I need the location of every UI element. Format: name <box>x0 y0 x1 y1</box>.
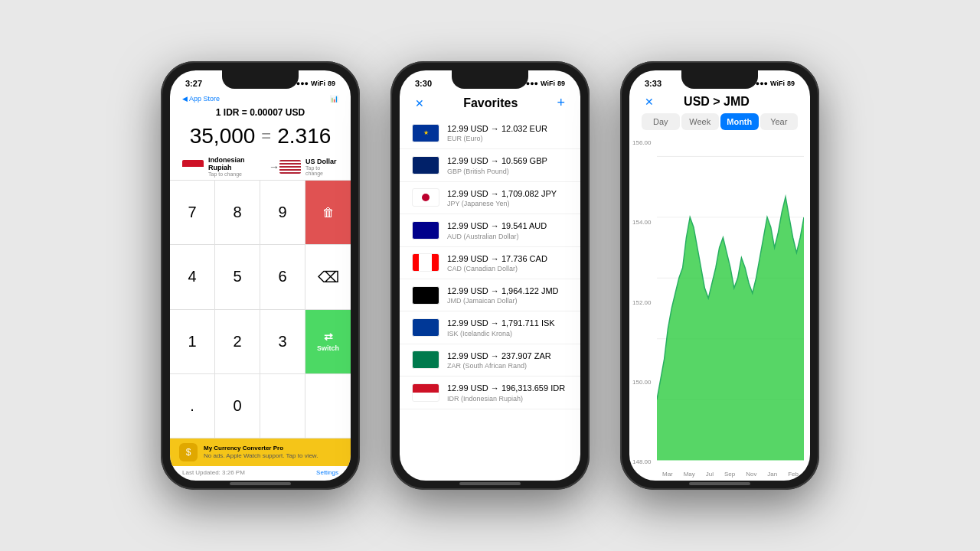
phone-2-screen: 3:30 ●●● WiFi 89 ✕ Favorites + ★ 12.99 U… <box>400 70 580 481</box>
amount-from: 35,000 <box>190 124 256 148</box>
close-button[interactable]: ✕ <box>415 97 424 109</box>
fav-text-eur: 12.99 USD → 12.032 EUR EUR (Euro) <box>447 123 547 142</box>
fav-item-zar[interactable]: 12.99 USD → 237.907 ZAR ZAR (South Afric… <box>400 344 580 377</box>
y-label-5: 148.00 <box>632 458 654 465</box>
fav-item-eur[interactable]: ★ 12.99 USD → 12.032 EUR EUR (Euro) <box>400 117 580 149</box>
fav-item-isk[interactable]: 12.99 USD → 1,791.711 ISK ISK (Icelandic… <box>400 311 580 344</box>
signal-icon-2: ●●● <box>526 80 538 87</box>
swap-arrow: → <box>269 161 279 173</box>
flag-za <box>412 350 439 369</box>
tab-month[interactable]: Month <box>720 113 759 130</box>
wifi-icon-1: WiFi <box>311 80 325 87</box>
y-label-1: 156.00 <box>632 139 654 146</box>
key-5[interactable]: 5 <box>215 245 260 309</box>
key-7[interactable]: 7 <box>170 181 215 245</box>
key-4[interactable]: 4 <box>170 245 215 309</box>
home-indicator-3 <box>689 482 750 485</box>
back-button[interactable]: ◀ App Store <box>182 95 220 103</box>
wifi-icon-2: WiFi <box>541 80 555 87</box>
phone1-banner[interactable]: $ My Currency Converter Pro No ads. Appl… <box>170 439 351 466</box>
key-backspace[interactable]: ⌫ <box>305 245 351 309</box>
fav-sub-cad: CAD (Canadian Dollar) <box>447 265 547 272</box>
flag-au <box>412 221 439 240</box>
fav-text-cad: 12.99 USD → 17.736 CAD CAD (Canadian Dol… <box>447 253 547 272</box>
settings-link[interactable]: Settings <box>316 469 338 476</box>
fav-text-isk: 12.99 USD → 1,791.711 ISK ISK (Icelandic… <box>447 318 555 337</box>
currency-to[interactable]: US Dollar Tap to change <box>279 158 338 176</box>
time-1: 3:27 <box>185 79 202 88</box>
phone-1: 3:27 ●●● WiFi 89 ◀ App Store 📊 1 IDR = 0… <box>161 61 360 490</box>
key-1[interactable]: 1 <box>170 310 215 374</box>
status-icons-2: ●●● WiFi 89 <box>526 80 565 87</box>
flag-id <box>182 160 204 174</box>
switch-label: Switch <box>317 344 339 352</box>
key-9[interactable]: 9 <box>260 181 305 245</box>
phone1-currencies: Indonesian Rupiah Tap to change → US Dol… <box>170 153 351 180</box>
key-dot[interactable]: . <box>170 374 215 439</box>
battery-icon-2: 89 <box>557 80 565 87</box>
fav-item-jmd[interactable]: 12.99 USD → 1,964.122 JMD JMD (Jamaican … <box>400 279 580 311</box>
currency-from-info: Indonesian Rupiah Tap to change <box>208 156 269 177</box>
x-label-mar: Mar <box>662 471 673 478</box>
flag-gb <box>412 156 439 174</box>
fav-item-aud[interactable]: 12.99 USD → 19.541 AUD AUD (Australian D… <box>400 214 580 246</box>
tab-year[interactable]: Year <box>760 113 799 130</box>
currency-to-tap: Tap to change <box>305 165 338 176</box>
fav-item-gbp[interactable]: 12.99 USD → 10.569 GBP GBP (British Poun… <box>400 149 580 181</box>
add-button[interactable]: + <box>557 95 565 111</box>
phone2-title: Favorites <box>463 96 518 110</box>
currency-from[interactable]: Indonesian Rupiah Tap to change <box>182 156 269 177</box>
fav-item-jpy[interactable]: 12.99 USD → 1,709.082 JPY JPY (Japanese … <box>400 182 580 214</box>
favorites-list: ★ 12.99 USD → 12.032 EUR EUR (Euro) 12.9… <box>400 117 580 481</box>
phones-container: 3:27 ●●● WiFi 89 ◀ App Store 📊 1 IDR = 0… <box>161 61 819 490</box>
fav-sub-gbp: GBP (British Pound) <box>447 168 547 175</box>
fav-text-aud: 12.99 USD → 19.541 AUD AUD (Australian D… <box>447 220 547 240</box>
phone-3: 3:33 ●●● WiFi 89 ✕ USD > JMD Day Week Mo… <box>620 61 819 490</box>
close-button-3[interactable]: ✕ <box>645 96 654 108</box>
fav-sub-aud: AUD (Australian Dollar) <box>447 233 547 240</box>
x-label-may: May <box>684 471 695 478</box>
key-empty2 <box>305 374 351 439</box>
fav-item-idr[interactable]: 12.99 USD → 196,313.659 IDR IDR (Indones… <box>400 377 580 409</box>
currency-from-name: Indonesian Rupiah <box>208 156 269 171</box>
y-label-4: 150.00 <box>632 379 654 386</box>
status-icons-1: ●●● WiFi 89 <box>296 80 335 87</box>
fav-sub-eur: EUR (Euro) <box>447 135 547 142</box>
fav-sub-zar: ZAR (South African Rand) <box>447 362 551 370</box>
home-indicator-1 <box>230 482 291 485</box>
key-delete[interactable]: 🗑 <box>305 181 351 245</box>
banner-sub: No ads. Apple Watch support. Tap to view… <box>204 452 318 460</box>
tab-week[interactable]: Week <box>681 113 720 130</box>
fav-amount-isk: 12.99 USD → 1,791.711 ISK <box>447 318 555 329</box>
y-label-2: 154.00 <box>632 219 654 226</box>
chart-svg <box>657 136 804 481</box>
battery-icon-3: 89 <box>787 80 795 87</box>
fav-sub-jmd: JMD (Jamaican Dollar) <box>447 297 559 305</box>
chart-y-axis: 156.00 154.00 152.00 150.00 148.00 <box>629 136 657 481</box>
fav-sub-jpy: JPY (Japanese Yen) <box>447 200 557 207</box>
banner-icon: $ <box>179 443 198 461</box>
key-2[interactable]: 2 <box>215 310 260 374</box>
phone2-header: ✕ Favorites + <box>400 93 580 117</box>
key-6[interactable]: 6 <box>260 245 305 309</box>
key-3[interactable]: 3 <box>260 310 305 374</box>
fav-sub-idr: IDR (Indonesian Rupiah) <box>447 395 565 403</box>
key-8[interactable]: 8 <box>215 181 260 245</box>
phone1-footer: Last Updated: 3:26 PM Settings <box>170 466 351 481</box>
signal-icon-3: ●●● <box>756 80 768 87</box>
phone1-nav: ◀ App Store 📊 <box>170 93 351 106</box>
amount-to: 2.316 <box>277 124 331 148</box>
key-switch[interactable]: ⇄ Switch <box>305 310 351 374</box>
switch-icon: ⇄ <box>324 331 333 343</box>
fav-item-cad[interactable]: 12.99 USD → 17.736 CAD CAD (Canadian Dol… <box>400 247 580 279</box>
fav-text-idr: 12.99 USD → 196,313.659 IDR IDR (Indones… <box>447 383 565 402</box>
tab-day[interactable]: Day <box>642 113 680 130</box>
key-0[interactable]: 0 <box>215 374 260 439</box>
flag-is <box>412 318 439 337</box>
fav-amount-zar: 12.99 USD → 237.907 ZAR <box>447 350 551 362</box>
flag-id-2 <box>412 383 439 402</box>
fav-amount-jpy: 12.99 USD → 1,709.082 JPY <box>447 188 557 200</box>
notch-3 <box>681 70 758 89</box>
chart-area: Mar May Jul Sep Nov Jan Feb <box>657 136 804 481</box>
y-label-3: 152.00 <box>632 299 654 306</box>
